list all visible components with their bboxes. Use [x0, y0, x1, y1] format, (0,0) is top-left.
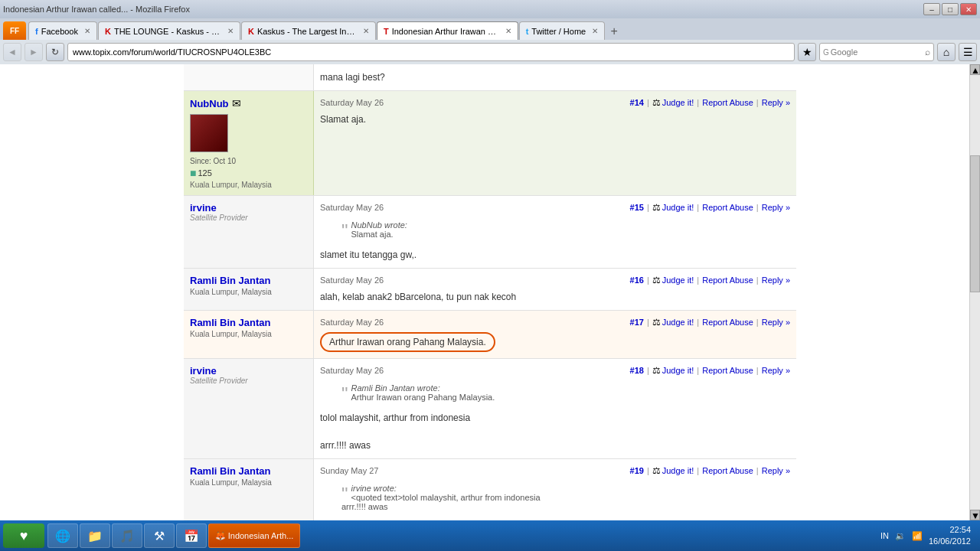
judge-link-19[interactable]: Judge it!: [662, 466, 694, 475]
report-abuse-15[interactable]: Report Abuse: [702, 203, 753, 212]
taskbar-firefox[interactable]: 🦊 Indonesian Arth...: [208, 523, 300, 548]
quote-content-18: Ramli Bin Jantan wrote: Arthur Irawan or…: [341, 383, 784, 402]
author-name-15[interactable]: irvine: [190, 202, 217, 214]
forward-button[interactable]: ►: [24, 43, 43, 61]
tab-close-facebook[interactable]: ✕: [84, 27, 90, 35]
minimize-button[interactable]: –: [923, 3, 940, 15]
post-row-19: Ramli Bin Jantan Kuala Lumpur, Malaysia …: [184, 459, 796, 520]
kaskus-tab-icon: K: [248, 27, 254, 36]
post-author-16: Ramli Bin Jantan Kuala Lumpur, Malaysia: [184, 269, 314, 310]
quote-text-15: Slamat aja.: [341, 230, 784, 239]
judge-link-17[interactable]: Judge it!: [662, 318, 694, 327]
tab-topix[interactable]: T Indonesian Arthur Irawan called... ✕: [377, 21, 518, 40]
report-abuse-14[interactable]: Report Abuse: [702, 98, 753, 107]
taskbar-calendar[interactable]: 📅: [176, 523, 207, 548]
taskbar-ie[interactable]: 🌐: [47, 523, 78, 548]
posts-14: ■ 125: [190, 167, 307, 179]
taskbar-tool[interactable]: ⚒: [144, 523, 175, 548]
author-name-16[interactable]: Ramli Bin Jantan: [190, 275, 270, 286]
post-actions-14: #14 | ⚖ Judge it! | Report Abuse | Reply…: [630, 97, 790, 108]
judge-link-18[interactable]: Judge it!: [662, 366, 694, 375]
tab-close-twitter[interactable]: ✕: [592, 27, 598, 35]
reply-19[interactable]: Reply »: [762, 466, 790, 475]
post-num-19: #19: [630, 466, 644, 475]
post-body-19: Sunday May 27 #19 | ⚖ Judge it! | Report…: [314, 459, 796, 520]
taskbar-folder[interactable]: 📁: [80, 523, 110, 548]
back-button[interactable]: ◄: [3, 43, 21, 61]
start-button[interactable]: ♥: [3, 523, 44, 548]
address-input[interactable]: [67, 43, 795, 61]
post-body-17: Saturday May 26 #17 | ⚖ Judge it! | Repo…: [314, 311, 796, 358]
tab-close-topix[interactable]: ✕: [505, 27, 511, 35]
mail-icon-14[interactable]: ✉: [232, 97, 241, 109]
firefox-menu[interactable]: FF: [3, 21, 26, 40]
tab-kaskus[interactable]: K Kaskus - The Largest Indonesia... ✕: [241, 21, 376, 40]
author-name-19[interactable]: Ramli Bin Jantan: [190, 465, 270, 477]
judge-icon-17: ⚖: [652, 317, 661, 328]
report-abuse-18[interactable]: Report Abuse: [702, 366, 753, 375]
location-14: Kuala Lumpur, Malaysia: [190, 181, 307, 189]
tab-close-kaskus[interactable]: ✕: [363, 27, 369, 35]
post-body-18: Saturday May 26 #18 | ⚖ Judge it! | Repo…: [314, 359, 796, 458]
post-body-14: Saturday May 26 #14 | ⚖ Judge it! | Repo…: [314, 91, 796, 195]
report-abuse-16[interactable]: Report Abuse: [702, 276, 753, 285]
close-button[interactable]: ✕: [960, 3, 977, 15]
maximize-button[interactable]: □: [942, 3, 959, 15]
window-controls: – □ ✕: [923, 3, 977, 15]
post-row-top: mana lagi best?: [184, 64, 796, 91]
post-date-17: Saturday May 26: [320, 318, 384, 327]
reply-18[interactable]: Reply »: [762, 366, 790, 375]
window-title: Indonesian Arthur Irawan called... - Moz…: [3, 5, 190, 14]
author-name-18[interactable]: irvine: [190, 365, 217, 377]
post-actions-18: #18 | ⚖ Judge it! | Report Abuse | Reply…: [630, 365, 790, 376]
tab-label: Facebook: [41, 27, 78, 36]
judge-link-14[interactable]: Judge it!: [662, 98, 694, 107]
taskbar-media[interactable]: 🎵: [112, 523, 142, 548]
reply-14[interactable]: Reply »: [762, 98, 790, 107]
scrollbar-up[interactable]: ▲: [970, 64, 980, 75]
new-tab-button[interactable]: +: [606, 23, 622, 40]
post-text-16: alah, kelab anak2 bBarcelona, tu pun nak…: [320, 290, 790, 304]
post-body-top: mana lagi best?: [314, 64, 796, 90]
scrollbar-down[interactable]: ▼: [970, 510, 980, 520]
post-row-17: Ramli Bin Jantan Kuala Lumpur, Malaysia …: [184, 311, 796, 359]
judge-link-15[interactable]: Judge it!: [662, 203, 694, 212]
judge-icon-16: ⚖: [652, 275, 661, 285]
reply-15[interactable]: Reply »: [762, 203, 790, 212]
scrollbar-thumb[interactable]: [970, 155, 980, 292]
author-name-17[interactable]: Ramli Bin Jantan: [190, 317, 270, 328]
home-button[interactable]: ⌂: [937, 43, 956, 61]
post-num-16: #16: [630, 276, 644, 285]
tools-button[interactable]: ☰: [959, 43, 977, 61]
post-quote-18: " Ramli Bin Jantan wrote: Arthur Irawan …: [335, 380, 790, 405]
reload-button[interactable]: ↻: [46, 43, 64, 61]
reply-17[interactable]: Reply »: [762, 318, 790, 327]
post-row-18: irvine Satellite Provider Saturday May 2…: [184, 359, 796, 459]
tab-twitter[interactable]: t Twitter / Home ✕: [519, 21, 606, 40]
search-input[interactable]: [831, 47, 907, 57]
tab-facebook[interactable]: f Facebook ✕: [28, 21, 97, 40]
tab-lounge[interactable]: K THE LOUNGE - Kaskus - The La... ✕: [98, 21, 240, 40]
twitter-tab-icon: t: [526, 27, 529, 36]
author-name-14[interactable]: NubNub: [190, 98, 229, 109]
report-abuse-17[interactable]: Report Abuse: [702, 318, 753, 327]
judge-link-16[interactable]: Judge it!: [662, 276, 694, 285]
post-quote-19: " irvine wrote: <quoted text>tolol malay…: [335, 481, 790, 514]
quote-author-15: NubNub wrote:: [341, 220, 784, 230]
post-author-18: irvine Satellite Provider: [184, 359, 314, 458]
post-num-14: #14: [630, 98, 644, 107]
taskbar-right: IN 🔉 📶 22:54 16/06/2012: [880, 524, 977, 548]
post-text-top: mana lagi best?: [320, 70, 790, 84]
post-author-15: irvine Satellite Provider: [184, 196, 314, 268]
reply-16[interactable]: Reply »: [762, 276, 790, 285]
report-abuse-19[interactable]: Report Abuse: [702, 466, 753, 475]
bookmark-button[interactable]: ★: [798, 43, 816, 61]
tab-close-lounge[interactable]: ✕: [227, 27, 234, 35]
post-header-15: Saturday May 26 #15 | ⚖ Judge it! | Repo…: [320, 202, 790, 213]
taskbar-date: 16/06/2012: [929, 536, 971, 547]
search-submit-icon[interactable]: ⌕: [925, 47, 930, 57]
forum-container: mana lagi best? NubNub ✉ Since: Oct 10 ■…: [184, 64, 796, 520]
taskbar-time: 22:54: [929, 524, 971, 536]
post-date-19: Sunday May 27: [320, 466, 378, 475]
post-num-15: #15: [630, 203, 644, 212]
